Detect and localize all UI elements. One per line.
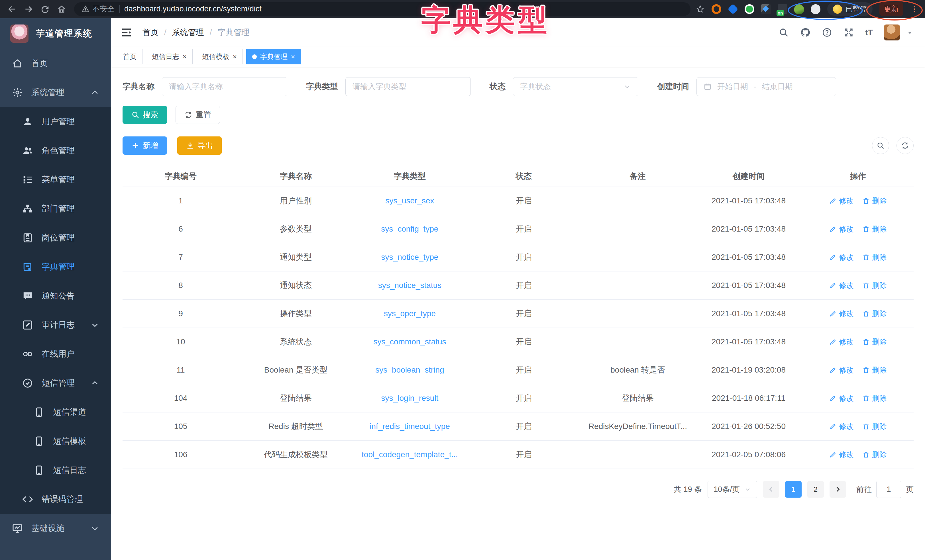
sidebar-item-sms-log[interactable]: 短信日志: [0, 456, 111, 485]
announcement-icon: [22, 291, 33, 301]
sidebar-item-departments[interactable]: 部门管理: [0, 194, 111, 223]
sidebar-item-error-code[interactable]: 错误码管理: [0, 485, 111, 514]
address-bar[interactable]: 不安全 dashboard.yudao.iocoder.cn/system/di…: [74, 2, 690, 16]
date-range-picker[interactable]: 开始日期 - 结束日期: [696, 77, 836, 96]
sidebar-item-announcement[interactable]: 通知公告: [0, 282, 111, 310]
delete-button[interactable]: 删除: [862, 224, 887, 234]
delete-button[interactable]: 删除: [862, 252, 887, 262]
browser-home-icon[interactable]: [54, 2, 69, 16]
edit-button[interactable]: 修改: [829, 365, 854, 375]
edit-button[interactable]: 修改: [829, 224, 854, 234]
extension-icon-2[interactable]: [728, 4, 738, 14]
status-select[interactable]: 字典状态: [513, 77, 638, 96]
table-tools: [865, 137, 914, 154]
next-page-button[interactable]: [830, 481, 846, 498]
delete-button[interactable]: 删除: [862, 450, 887, 460]
close-icon[interactable]: ×: [183, 53, 187, 61]
dict-type-link[interactable]: sys_oper_type: [353, 309, 467, 318]
extension-icon-6[interactable]: [794, 4, 804, 14]
font-size-icon[interactable]: tT: [865, 28, 872, 37]
toggle-search-button[interactable]: [872, 137, 889, 154]
browser-reload-icon[interactable]: [38, 2, 53, 16]
search-button[interactable]: 搜索: [122, 106, 167, 124]
dict-type-link[interactable]: sys_boolean_string: [353, 366, 467, 375]
breadcrumb-home[interactable]: 首页: [143, 27, 158, 38]
edit-button[interactable]: 修改: [829, 252, 854, 262]
edit-button[interactable]: 修改: [829, 422, 854, 432]
dict-type-link[interactable]: sys_login_result: [353, 394, 467, 403]
export-button[interactable]: 导出: [177, 137, 222, 155]
sidebar-item-infrastructure[interactable]: 基础设施: [0, 514, 111, 543]
edit-button[interactable]: 修改: [829, 337, 854, 347]
github-icon[interactable]: [800, 27, 811, 38]
extension-paused-pill[interactable]: 已暂停: [827, 2, 872, 16]
delete-button[interactable]: 删除: [862, 422, 887, 432]
bookmark-star-icon[interactable]: [696, 5, 705, 14]
tag-home[interactable]: 首页: [117, 49, 143, 65]
dict-type-link[interactable]: tool_codegen_template_t...: [353, 450, 467, 459]
page-button-1[interactable]: 1: [785, 481, 801, 498]
edit-button[interactable]: 修改: [829, 450, 854, 460]
browser-forward-icon[interactable]: [21, 2, 36, 16]
goto-page-input[interactable]: 1: [876, 481, 901, 498]
tag-sms-template[interactable]: 短信模板 ×: [196, 49, 243, 65]
delete-button[interactable]: 删除: [862, 365, 887, 375]
add-button[interactable]: 新增: [122, 137, 167, 155]
sidebar-item-roles[interactable]: 角色管理: [0, 136, 111, 165]
sidebar-fold-icon[interactable]: [121, 27, 132, 38]
dict-name-input[interactable]: 请输入字典名称: [162, 77, 287, 96]
delete-button[interactable]: 删除: [862, 281, 887, 291]
search-icon[interactable]: [779, 27, 789, 38]
delete-button[interactable]: 删除: [862, 337, 887, 347]
tag-sms-log[interactable]: 短信日志 ×: [146, 49, 193, 65]
not-secure-warning[interactable]: 不安全: [81, 4, 114, 14]
extension-icon-4[interactable]: [761, 4, 771, 14]
sidebar-item-menus[interactable]: 菜单管理: [0, 165, 111, 194]
sidebar-item-audit-log[interactable]: 审计日志: [0, 310, 111, 340]
sidebar-item-home[interactable]: 首页: [0, 49, 111, 78]
extension-icon-1[interactable]: [711, 4, 721, 14]
edit-button[interactable]: 修改: [829, 196, 854, 206]
sidebar-item-sms[interactable]: 短信管理: [0, 369, 111, 397]
sidebar-item-online-users[interactable]: 在线用户: [0, 340, 111, 369]
reset-button[interactable]: 重置: [176, 106, 220, 124]
user-avatar[interactable]: [884, 24, 900, 41]
prev-page-button[interactable]: [763, 481, 779, 498]
refresh-table-button[interactable]: [896, 137, 914, 154]
sidebar-item-sms-channel[interactable]: 短信渠道: [0, 397, 111, 427]
sidebar-item-posts[interactable]: 岗位管理: [0, 223, 111, 252]
page-button-2[interactable]: 2: [807, 481, 824, 498]
dict-type-link[interactable]: sys_config_type: [353, 224, 467, 233]
delete-button[interactable]: 删除: [862, 196, 887, 206]
sidebar-item-system[interactable]: 系统管理: [0, 78, 111, 107]
browser-menu-icon[interactable]: [910, 5, 919, 14]
browser-update-button[interactable]: 更新: [880, 2, 903, 16]
sidebar-item-dict[interactable]: 字典管理: [0, 252, 111, 282]
help-icon[interactable]: [822, 27, 832, 38]
dict-type-link[interactable]: sys_common_status: [353, 337, 467, 346]
delete-button[interactable]: 删除: [862, 393, 887, 403]
avatar-caret-icon[interactable]: [906, 29, 914, 36]
page-size-select[interactable]: 10条/页: [708, 481, 757, 498]
edit-button[interactable]: 修改: [829, 309, 854, 319]
close-icon[interactable]: ×: [291, 53, 295, 61]
delete-button[interactable]: 删除: [862, 309, 887, 319]
dict-type-link[interactable]: sys_notice_status: [353, 281, 467, 290]
extension-icon-3[interactable]: [744, 4, 754, 14]
edit-button[interactable]: 修改: [829, 281, 854, 291]
fullscreen-icon[interactable]: [844, 27, 854, 38]
extension-icon-5[interactable]: on: [778, 4, 787, 14]
sidebar-item-sms-template[interactable]: 短信模板: [0, 427, 111, 456]
dict-type-link[interactable]: inf_redis_timeout_type: [353, 422, 467, 431]
dict-type-link[interactable]: sys_user_sex: [353, 196, 467, 205]
browser-back-icon[interactable]: [5, 2, 20, 16]
breadcrumb-system[interactable]: 系统管理: [172, 27, 204, 38]
edit-button[interactable]: 修改: [829, 393, 854, 403]
app-logo-row[interactable]: 芋道管理系统: [0, 18, 111, 49]
dict-type-input[interactable]: 请输入字典类型: [345, 77, 471, 96]
tag-dict[interactable]: 字典管理 ×: [246, 49, 301, 65]
dict-type-link[interactable]: sys_notice_type: [353, 253, 467, 262]
close-icon[interactable]: ×: [233, 53, 237, 61]
extension-icon-7[interactable]: [811, 4, 820, 14]
sidebar-item-users[interactable]: 用户管理: [0, 107, 111, 136]
